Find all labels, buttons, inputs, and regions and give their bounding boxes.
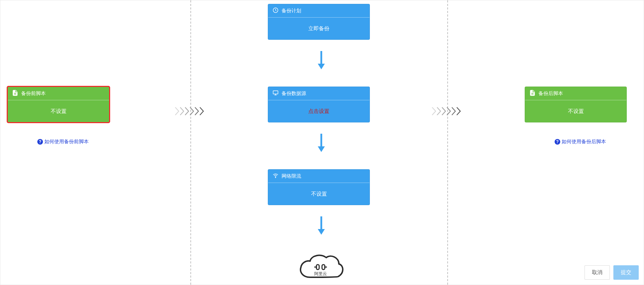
arrow-down-icon xyxy=(316,215,326,236)
card-value: 点击设置 xyxy=(268,100,370,122)
divider-right xyxy=(447,0,448,285)
help-link-label: 如何使用备份后脚本 xyxy=(562,139,606,145)
svg-marker-9 xyxy=(318,146,325,152)
submit-button[interactable]: 提交 xyxy=(613,265,639,280)
arrow-down-icon xyxy=(316,50,326,71)
card-value: 立即备份 xyxy=(268,18,370,39)
backup-plan-card[interactable]: 备份计划 立即备份 xyxy=(268,4,370,40)
question-icon: ? xyxy=(555,139,560,145)
wifi-icon xyxy=(272,172,279,180)
help-link-label: 如何使用备份前脚本 xyxy=(44,139,89,145)
arrow-down-icon xyxy=(316,132,326,153)
cloud-label-svg: 阿里云 xyxy=(314,271,327,276)
post-backup-script-card[interactable]: 备份后脚本 不设置 xyxy=(525,87,627,122)
card-value: 不设置 xyxy=(268,183,370,205)
card-title: 备份计划 xyxy=(282,8,301,14)
svg-rect-5 xyxy=(273,91,278,94)
card-title: 备份数据源 xyxy=(282,90,306,97)
pre-backup-script-card[interactable]: 备份前脚本 不设置 xyxy=(7,87,109,122)
cancel-button[interactable]: 取消 xyxy=(585,265,610,280)
cloud-target: 阿里云 xyxy=(296,252,345,285)
clock-icon xyxy=(272,7,279,14)
footer-actions: 取消 提交 xyxy=(585,265,639,280)
backup-data-source-card[interactable]: 备份数据源 点击设置 xyxy=(268,87,370,122)
svg-point-10 xyxy=(275,177,276,178)
monitor-icon xyxy=(272,90,279,97)
chevrons-right xyxy=(431,106,463,116)
card-title: 网络限流 xyxy=(282,173,301,179)
svg-marker-4 xyxy=(318,64,325,69)
divider-left xyxy=(190,0,191,285)
file-icon xyxy=(529,90,536,97)
chevrons-left xyxy=(175,106,206,116)
post-script-help-link[interactable]: ? 如何使用备份后脚本 xyxy=(555,139,606,145)
file-icon xyxy=(12,90,18,97)
card-title: 备份后脚本 xyxy=(538,90,563,97)
card-value: 不设置 xyxy=(8,100,109,122)
card-value: 不设置 xyxy=(525,100,626,122)
card-title: 备份前脚本 xyxy=(21,90,46,97)
pre-script-help-link[interactable]: ? 如何使用备份前脚本 xyxy=(37,139,89,145)
network-throttle-card[interactable]: 网络限流 不设置 xyxy=(268,169,370,205)
svg-marker-12 xyxy=(318,229,325,235)
question-icon: ? xyxy=(37,139,43,145)
